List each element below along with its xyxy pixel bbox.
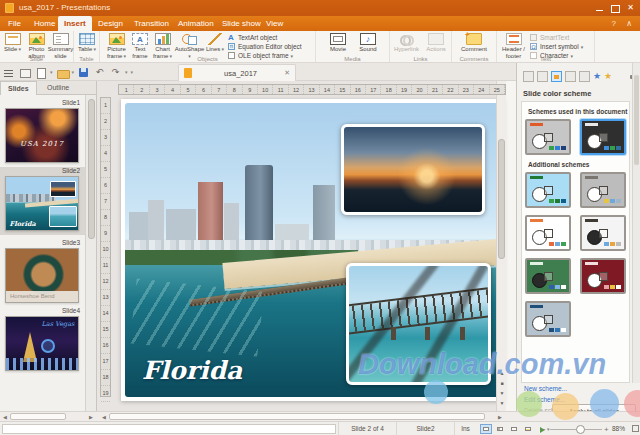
- color-scheme-thumbnail[interactable]: [525, 258, 571, 294]
- panel-format-icon[interactable]: [523, 71, 534, 82]
- slide-button[interactable]: Slide: [2, 33, 23, 53]
- sound-icon: ♪: [360, 33, 376, 45]
- color-scheme-thumbnail[interactable]: [525, 215, 571, 251]
- zoom-in-icon[interactable]: +: [604, 425, 609, 434]
- customize-toolbar-icon[interactable]: ▾: [131, 69, 134, 75]
- redo-icon[interactable]: ↷: [109, 66, 122, 79]
- tab-design[interactable]: Design: [92, 16, 129, 31]
- open-folder-icon[interactable]: [56, 66, 69, 79]
- new-scheme-link[interactable]: New scheme...: [524, 385, 567, 392]
- slide-thumbnail-3[interactable]: Horseshoe Bend: [5, 248, 79, 303]
- fit-slide-icon[interactable]: [632, 425, 639, 432]
- scrollbar-thumb[interactable]: [88, 99, 95, 239]
- group-label-comments: Comments: [452, 56, 496, 62]
- tab-animation[interactable]: Animation: [172, 16, 220, 31]
- tab-outline[interactable]: Outline: [40, 81, 76, 95]
- star-blue-icon[interactable]: ★: [593, 71, 601, 82]
- slide-sorter-view-button[interactable]: [494, 424, 506, 434]
- maximize-button[interactable]: [608, 2, 621, 13]
- undo-icon[interactable]: ↶: [93, 66, 106, 79]
- previous-slide-button[interactable]: ▲: [498, 369, 506, 378]
- normal-view-button[interactable]: [480, 424, 492, 434]
- tab-slides[interactable]: Slides: [0, 81, 37, 95]
- dropdown-icon[interactable]: ▾: [50, 69, 53, 75]
- zoom-slider-handle[interactable]: [576, 425, 585, 434]
- close-tab-icon[interactable]: ✕: [284, 69, 290, 77]
- menu-icon[interactable]: [2, 66, 15, 79]
- slide-thumbnail-2[interactable]: Florida: [5, 176, 79, 231]
- scroll-right-icon[interactable]: ▶: [496, 413, 504, 421]
- zoom-percentage[interactable]: 88%: [612, 422, 625, 435]
- sound-button[interactable]: ♪Sound: [356, 33, 380, 53]
- movie-button[interactable]: Movie: [326, 33, 350, 53]
- scroll-down-icon[interactable]: ▼: [498, 399, 506, 408]
- horizontal-ruler: 1234567891011121314151617181920212223242…: [118, 84, 506, 95]
- close-button[interactable]: ✕: [624, 2, 637, 13]
- print-icon[interactable]: [18, 66, 31, 79]
- bridge-photo-inset[interactable]: [346, 263, 490, 385]
- group-label-text: Text: [497, 56, 594, 62]
- slide-title-text[interactable]: Florida: [142, 356, 242, 385]
- zoom-out-icon[interactable]: −: [541, 425, 546, 434]
- panel-transition-icon[interactable]: [579, 71, 590, 82]
- smarttext-button[interactable]: SmartText: [530, 33, 592, 42]
- section-label-used: Schemes used in this document: [528, 108, 629, 115]
- color-scheme-thumbnail[interactable]: [525, 119, 571, 155]
- new-document-icon[interactable]: [34, 66, 47, 79]
- document-tab[interactable]: usa_2017 ✕: [178, 64, 296, 81]
- actions-button[interactable]: Actions: [423, 33, 449, 53]
- ribbon-group-media: Movie ♪Sound Media: [316, 31, 390, 62]
- current-slide[interactable]: Florida: [121, 99, 504, 401]
- panel-design-icon[interactable]: [565, 71, 576, 82]
- color-scheme-thumbnail[interactable]: [580, 119, 626, 155]
- slide-name-indicator: Slide2: [396, 422, 454, 435]
- scroll-right-icon[interactable]: ▶: [87, 413, 95, 421]
- minimize-button[interactable]: [593, 2, 606, 13]
- color-scheme-thumbnail[interactable]: [525, 301, 571, 337]
- slides-panel: Slides Outline Slide1 USA 2017 Slide2 Fl…: [0, 81, 97, 411]
- dropdown-icon[interactable]: ▾: [72, 69, 75, 75]
- textart-object-button[interactable]: ATextArt object: [228, 33, 314, 42]
- collapse-ribbon-icon[interactable]: ∧: [626, 16, 632, 31]
- slide-thumbnail-4[interactable]: Las Vegas: [5, 316, 79, 371]
- tab-home[interactable]: Home: [28, 16, 61, 31]
- equation-editor-button[interactable]: πEquation Editor object: [228, 42, 314, 51]
- sunset-photo-inset[interactable]: [341, 124, 485, 215]
- canvas-vertical-scrollbar[interactable]: ▲ ▲ ■ ▼ ▼: [496, 81, 506, 411]
- hyperlink-button[interactable]: Hyperlink: [393, 33, 420, 53]
- thumb-caption: Florida: [10, 220, 36, 228]
- scroll-left-icon[interactable]: ◀: [1, 413, 9, 421]
- insert-mode-indicator[interactable]: Ins: [454, 422, 476, 435]
- tab-transition[interactable]: Transition: [128, 16, 175, 31]
- comment-button[interactable]: Comment: [458, 33, 490, 53]
- color-scheme-thumbnail[interactable]: [525, 172, 571, 208]
- star-orange-icon[interactable]: ★: [604, 71, 612, 82]
- tab-insert[interactable]: Insert: [58, 16, 92, 31]
- notes-view-button[interactable]: [522, 424, 534, 434]
- color-scheme-thumbnail[interactable]: [580, 258, 626, 294]
- read-view-button[interactable]: [508, 424, 520, 434]
- edit-scheme-link[interactable]: Edit scheme...: [524, 396, 565, 403]
- header-footer-icon: [506, 33, 522, 45]
- tab-file[interactable]: File: [2, 16, 27, 31]
- panel-layout-icon[interactable]: [537, 71, 548, 82]
- table-button[interactable]: Table: [77, 33, 97, 53]
- color-scheme-thumbnail[interactable]: [580, 172, 626, 208]
- panel-color-scheme-icon[interactable]: [551, 71, 562, 82]
- scroll-left-icon[interactable]: ◀: [100, 413, 108, 421]
- save-icon[interactable]: [77, 66, 90, 79]
- help-icon[interactable]: ?: [612, 16, 616, 31]
- color-scheme-thumbnail[interactable]: [580, 215, 626, 251]
- lines-button[interactable]: Lines: [205, 33, 225, 53]
- scrollbar-thumb[interactable]: [634, 75, 639, 165]
- next-slide-button[interactable]: ▼: [498, 389, 506, 398]
- task-pane-scrollbar[interactable]: [632, 63, 640, 383]
- browse-object-button[interactable]: ■: [498, 379, 506, 388]
- slide-thumb-group-1: Slide1 USA 2017: [0, 99, 86, 163]
- dropdown-icon[interactable]: ▾: [125, 69, 128, 75]
- slides-panel-scrollbar[interactable]: [85, 95, 96, 411]
- scrollbar-thumb[interactable]: [498, 139, 505, 259]
- tab-view[interactable]: View: [260, 16, 289, 31]
- insert-symbol-button[interactable]: ΩInsert symbol▾: [530, 42, 592, 51]
- slide-thumbnail-1[interactable]: USA 2017: [5, 108, 79, 163]
